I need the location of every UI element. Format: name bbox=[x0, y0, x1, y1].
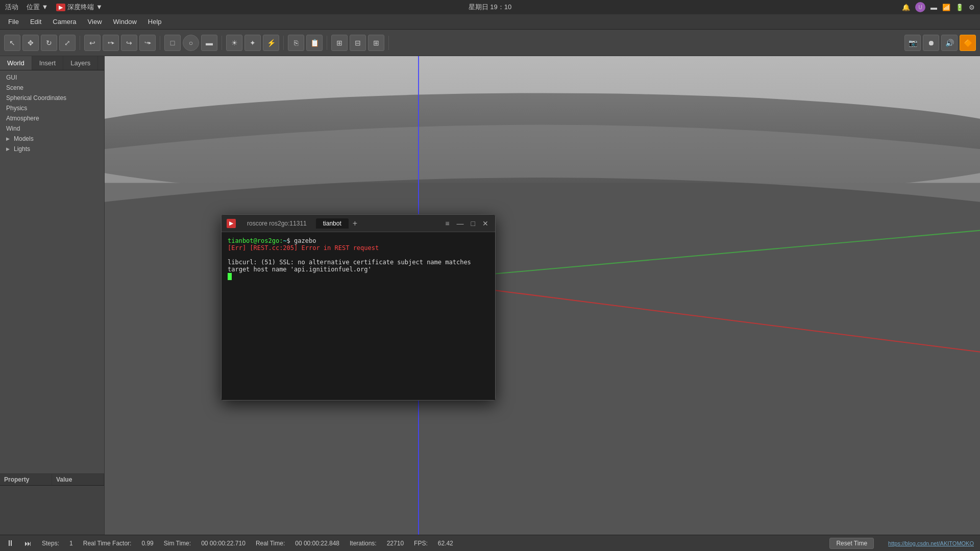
tree-item-wind[interactable]: Wind bbox=[0, 123, 104, 134]
sep4 bbox=[283, 36, 284, 50]
terminal-close-btn[interactable]: ✕ bbox=[481, 219, 490, 228]
sphere-shape-btn[interactable]: ○ bbox=[183, 35, 199, 51]
light-sun-btn[interactable]: ☀ bbox=[226, 35, 242, 51]
align-btn[interactable]: ⊞ bbox=[331, 35, 348, 51]
main-layout: World Insert Layers GUI Scene Spherical … bbox=[0, 56, 980, 535]
terminal-tab-add[interactable]: + bbox=[351, 219, 359, 228]
light-point-btn[interactable]: ✦ bbox=[244, 35, 261, 51]
copy-btn[interactable]: ⎘ bbox=[288, 35, 304, 51]
activities-btn[interactable]: 活动 bbox=[5, 3, 18, 12]
menu-camera[interactable]: Camera bbox=[47, 16, 81, 27]
tree-item-spherical[interactable]: Spherical Coordinates bbox=[0, 93, 104, 103]
real-time-factor-label: Real Time Factor: bbox=[83, 540, 132, 547]
pause-btn[interactable]: ⏸ bbox=[6, 539, 14, 548]
terminal-line-cursor bbox=[228, 273, 489, 280]
tab-layers[interactable]: Layers bbox=[63, 56, 98, 70]
toolbar: ↖ ✥ ↻ ⤢ ↩ ↩▸ ↪ ↪▸ □ ○ ▬ ☀ ✦ ⚡ ⎘ 📋 ⊞ ⊟ ⊞ … bbox=[0, 30, 980, 56]
sidebar: World Insert Layers GUI Scene Spherical … bbox=[0, 56, 105, 535]
fps-label: FPS: bbox=[414, 540, 428, 547]
terminal-tab-tianbot[interactable]: tianbot bbox=[316, 218, 349, 229]
terminal-minimize-btn[interactable]: — bbox=[455, 219, 465, 228]
grid-btn[interactable]: ⊞ bbox=[368, 35, 384, 51]
audio-btn[interactable]: 🔊 bbox=[941, 35, 958, 51]
menu-view[interactable]: View bbox=[83, 16, 107, 27]
translate-tool-btn[interactable]: ✥ bbox=[22, 35, 39, 51]
terminal-prompt: $ gazebo bbox=[287, 237, 316, 244]
sim-time-label: Sim Time: bbox=[164, 540, 191, 547]
snap-btn[interactable]: ⊟ bbox=[350, 35, 366, 51]
terminal-controls: ≡ — □ ✕ bbox=[444, 219, 490, 228]
redo-step-btn[interactable]: ↪▸ bbox=[139, 35, 156, 51]
settings-icon[interactable]: ⚙ bbox=[969, 4, 975, 11]
terminal-app-btn[interactable]: ▶ 深度终端 ▼ bbox=[56, 3, 102, 12]
terminal-menu-btn[interactable]: ≡ bbox=[444, 219, 451, 228]
iterations-label: Iterations: bbox=[350, 540, 377, 547]
status-link[interactable]: https://blog.csdn.net/AKITOMOKO bbox=[888, 540, 974, 546]
tab-world[interactable]: World bbox=[0, 56, 32, 70]
steps-label: Steps: bbox=[42, 540, 59, 547]
record-btn[interactable]: ⏺ bbox=[923, 35, 939, 51]
sep5 bbox=[327, 36, 327, 50]
tree-item-gui[interactable]: GUI bbox=[0, 72, 104, 83]
tab-insert[interactable]: Insert bbox=[32, 56, 64, 70]
tree-item-lights[interactable]: Lights bbox=[0, 144, 104, 154]
scale-tool-btn[interactable]: ⤢ bbox=[59, 35, 76, 51]
menu-help[interactable]: Help bbox=[143, 16, 167, 27]
sep3 bbox=[222, 36, 222, 50]
menu-edit[interactable]: Edit bbox=[25, 16, 46, 27]
terminal-maximize-btn[interactable]: □ bbox=[470, 219, 477, 228]
step-btn[interactable]: ⏭ bbox=[24, 539, 32, 547]
paste-btn[interactable]: 📋 bbox=[306, 35, 323, 51]
sep1 bbox=[80, 36, 80, 50]
viewport[interactable]: ▶ roscore ros2go:11311 tianbot + ≡ — □ ✕… bbox=[105, 56, 980, 535]
sidebar-tabs: World Insert Layers bbox=[0, 56, 104, 70]
terminal-titlebar: ▶ roscore ros2go:11311 tianbot + ≡ — □ ✕ bbox=[222, 215, 495, 232]
menu-bar: File Edit Camera View Window Help bbox=[0, 14, 980, 30]
select-tool-btn[interactable]: ↖ bbox=[4, 35, 20, 51]
light-spot-btn[interactable]: ⚡ bbox=[263, 35, 279, 51]
position-btn[interactable]: 位置 ▼ bbox=[27, 3, 48, 12]
menu-file[interactable]: File bbox=[3, 16, 24, 27]
sep2 bbox=[160, 36, 160, 50]
redo-btn[interactable]: ↪ bbox=[121, 35, 137, 51]
system-tray: 🔔 U ▬ 📶 🔋 ⚙ bbox=[902, 2, 975, 12]
terminal-tab-roscore[interactable]: roscore ros2go:11311 bbox=[240, 218, 314, 229]
window-icon[interactable]: ▬ bbox=[930, 4, 937, 11]
status-bar: ⏸ ⏭ Steps: 1 Real Time Factor: 0.99 Sim … bbox=[0, 535, 980, 551]
undo-btn[interactable]: ↩ bbox=[84, 35, 101, 51]
reset-time-btn[interactable]: Reset Time bbox=[829, 538, 874, 549]
sim-time-value: 00 00:00:22.710 bbox=[201, 540, 246, 547]
terminal-icon: ▶ bbox=[56, 4, 65, 11]
network-icon[interactable]: 📶 bbox=[942, 4, 950, 11]
highlight-btn[interactable]: 🔶 bbox=[960, 35, 976, 51]
undo-step-btn[interactable]: ↩▸ bbox=[103, 35, 119, 51]
terminal-window[interactable]: ▶ roscore ros2go:11311 tianbot + ≡ — □ ✕… bbox=[221, 214, 496, 400]
real-time-factor-value: 0.99 bbox=[141, 540, 153, 547]
property-header: Property Value bbox=[0, 474, 104, 486]
camera-btn[interactable]: 📷 bbox=[904, 35, 921, 51]
tree-item-models[interactable]: Models bbox=[0, 134, 104, 144]
tree-item-scene[interactable]: Scene bbox=[0, 83, 104, 93]
avatar-icon[interactable]: U bbox=[915, 2, 925, 12]
box-shape-btn[interactable]: □ bbox=[164, 35, 181, 51]
real-time-value: 00 00:00:22.848 bbox=[295, 540, 339, 547]
battery-icon[interactable]: 🔋 bbox=[955, 4, 964, 11]
sep6 bbox=[388, 36, 389, 50]
sidebar-tree: GUI Scene Spherical Coordinates Physics … bbox=[0, 70, 104, 473]
system-clock: 星期日 19：10 bbox=[469, 3, 512, 12]
real-time-label: Real Time: bbox=[256, 540, 285, 547]
cylinder-shape-btn[interactable]: ▬ bbox=[201, 35, 217, 51]
property-col-label: Property bbox=[0, 474, 52, 485]
property-col-value: Value bbox=[52, 474, 104, 485]
terminal-user: tianbot@ros2go: bbox=[228, 237, 283, 244]
system-bar-left: 活动 位置 ▼ ▶ 深度终端 ▼ bbox=[5, 3, 103, 12]
tree-item-physics[interactable]: Physics bbox=[0, 103, 104, 113]
fps-value: 62.42 bbox=[438, 540, 453, 547]
tree-item-atmosphere[interactable]: Atmosphere bbox=[0, 113, 104, 123]
system-bar: 活动 位置 ▼ ▶ 深度终端 ▼ 星期日 19：10 🔔 U ▬ 📶 🔋 ⚙ bbox=[0, 0, 980, 14]
notifications-icon[interactable]: 🔔 bbox=[902, 4, 910, 11]
rotate-tool-btn[interactable]: ↻ bbox=[41, 35, 57, 51]
menu-window[interactable]: Window bbox=[108, 16, 142, 27]
property-panel: Property Value bbox=[0, 473, 104, 535]
terminal-cursor bbox=[228, 273, 232, 280]
